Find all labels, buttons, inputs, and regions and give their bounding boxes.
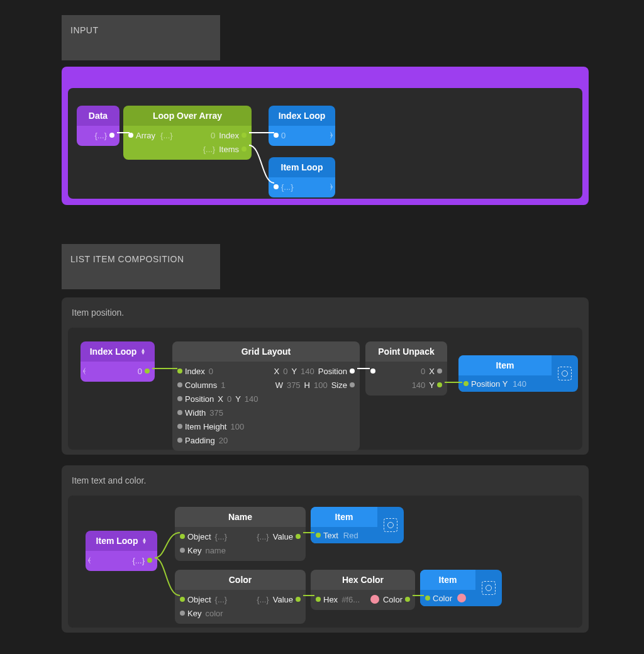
sort-icon: ▲▼: [142, 538, 147, 544]
port-dot[interactable]: [296, 597, 301, 602]
port-dot[interactable]: [370, 369, 375, 374]
port-dot[interactable]: [180, 597, 185, 602]
color-swatch: [370, 595, 379, 604]
port-label: Object: [187, 595, 211, 604]
node-name[interactable]: Name Object {...} {...} Value Key name: [175, 507, 306, 561]
port-dot[interactable]: [180, 534, 185, 539]
layer-icon-panel: [475, 570, 502, 606]
node-item-loop-reader[interactable]: Item Loop ▲▼ ⦒ {...}: [86, 531, 157, 571]
port-dot[interactable]: [177, 438, 182, 443]
port-label: Index: [185, 367, 205, 376]
port-item-loop-val: {...}: [281, 182, 294, 192]
node-index-loop[interactable]: Index Loop 0 ⦒: [269, 106, 335, 146]
label-input-text: INPUT: [70, 25, 99, 35]
port-dot[interactable]: [177, 369, 182, 374]
port-dot[interactable]: [464, 381, 469, 386]
port-val: 0: [227, 394, 231, 404]
port-dot[interactable]: [177, 382, 182, 387]
port-val: 140: [513, 379, 526, 389]
port-label: Y: [235, 394, 241, 404]
port-label: Value: [273, 595, 293, 604]
port-dot[interactable]: [177, 396, 182, 401]
node-index-loop-reader[interactable]: Index Loop ▲▼ ⦒ 0: [80, 341, 155, 382]
node-color-title: Color: [175, 570, 306, 590]
node-item-text-title: Item: [311, 507, 377, 527]
port-index-reader-val: 0: [138, 367, 142, 376]
node-item-color[interactable]: Item Color: [420, 570, 502, 606]
port-label: Size: [331, 380, 347, 390]
node-color[interactable]: Color Object {...} {...} Value Key color: [175, 570, 306, 624]
port-dot[interactable]: [296, 534, 301, 539]
port-dot[interactable]: [180, 548, 185, 553]
port-label: Y: [291, 367, 297, 376]
port-val: 140: [412, 380, 426, 390]
port-label: Value: [273, 532, 293, 541]
broadcast-icon: ⦒: [83, 367, 86, 375]
node-item-position[interactable]: Item Position Y 140: [458, 355, 578, 392]
port-dot[interactable]: [316, 533, 321, 538]
port-dot[interactable]: [405, 597, 410, 602]
node-item-color-title: Item: [420, 570, 475, 590]
port-val: Red: [343, 531, 358, 540]
layer-icon: [384, 518, 397, 532]
port-val: 0: [209, 367, 213, 376]
port-val: 140: [245, 394, 258, 404]
node-hex-color[interactable]: Hex Color Hex #f6... Color: [311, 570, 415, 610]
port-array-label: Array: [136, 131, 155, 140]
port-label: Y: [429, 380, 435, 390]
port-dot[interactable]: [177, 410, 182, 415]
port-dot[interactable]: [350, 382, 355, 387]
broadcast-icon: ⦒: [330, 131, 333, 140]
port-dot[interactable]: [274, 184, 279, 189]
section-item-position: Item position. Index Loop ▲▼ ⦒ 0 Grid La…: [62, 297, 589, 455]
port-index-loop-val: 0: [281, 131, 286, 140]
port-label: X: [274, 367, 279, 376]
section-item-text-color-header: Item text and color.: [62, 465, 589, 496]
node-item-loop[interactable]: Item Loop {...} ⦒: [269, 157, 335, 197]
port-dot[interactable]: [242, 147, 247, 152]
port-dot[interactable]: [437, 382, 442, 387]
port-label: Width: [185, 408, 206, 418]
port-dot[interactable]: [274, 133, 279, 138]
port-val: 0: [421, 367, 425, 376]
port-label: X: [218, 394, 223, 404]
port-label: Key: [187, 546, 201, 555]
port-label: Text: [323, 531, 338, 540]
port-dot[interactable]: [437, 369, 442, 374]
port-dot[interactable]: [109, 133, 114, 138]
port-index-label: Index: [219, 131, 239, 140]
port-val: {...}: [215, 595, 228, 604]
port-dot[interactable]: [128, 133, 133, 138]
section-item-text-color: Item text and color. Item Loop ▲▼ ⦒ {...…: [62, 465, 589, 633]
broadcast-icon: ⦒: [330, 182, 333, 191]
port-val: {...}: [215, 532, 228, 541]
port-val: {...}: [132, 556, 145, 565]
port-dot[interactable]: [242, 133, 247, 138]
port-dot[interactable]: [316, 597, 321, 602]
sort-icon: ▲▼: [140, 348, 145, 355]
node-grid-layout[interactable]: Grid Layout Index 0 X 0 Y 140 Position C…: [172, 341, 360, 451]
node-point-unpack[interactable]: Point Unpack 0 X 140 Y: [365, 341, 447, 396]
port-val: {...}: [257, 595, 269, 604]
port-dot[interactable]: [145, 369, 150, 374]
port-val: 0: [283, 367, 287, 376]
port-dot[interactable]: [350, 369, 355, 374]
node-item-text[interactable]: Item Text Red: [311, 507, 404, 543]
label-composition-text: LIST ITEM COMPOSITION: [70, 254, 184, 264]
port-dot[interactable]: [147, 558, 152, 563]
port-dot[interactable]: [180, 611, 185, 616]
node-data[interactable]: Data {...}: [77, 106, 119, 146]
node-loop-over-array[interactable]: Loop Over Array Array {...} 0 Index {...…: [123, 106, 252, 160]
layer-icon: [482, 581, 496, 595]
port-dot[interactable]: [425, 596, 430, 601]
layer-icon-panel: [377, 507, 404, 543]
node-hex-color-title: Hex Color: [311, 570, 415, 590]
port-dot[interactable]: [177, 424, 182, 429]
port-array-val: {...}: [160, 131, 173, 140]
port-val: 375: [287, 380, 301, 390]
node-item-loop-title: Item Loop: [269, 157, 335, 177]
port-label: Columns: [185, 380, 217, 390]
port-val: 375: [209, 408, 223, 418]
node-grid-layout-title: Grid Layout: [172, 341, 360, 362]
port-val: 100: [230, 422, 244, 431]
